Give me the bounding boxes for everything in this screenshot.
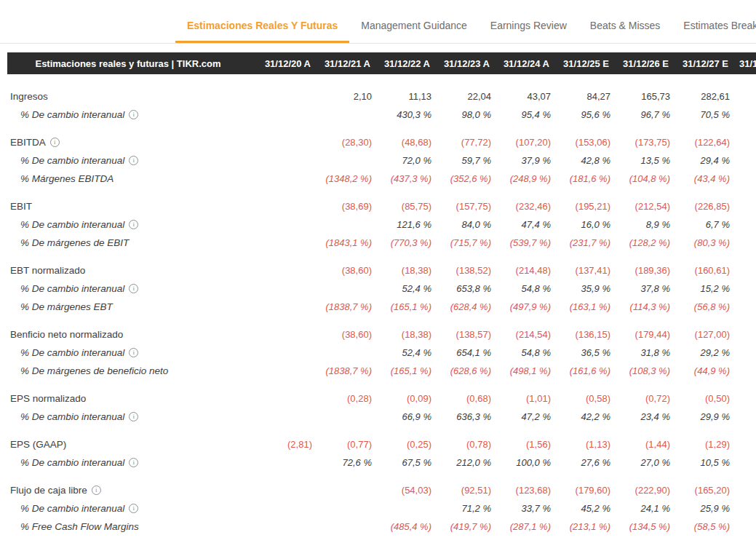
tab-estimates-break[interactable]: Estimates Break bbox=[672, 20, 756, 43]
row-label-cell: Benficio neto normalizado bbox=[0, 329, 249, 340]
value-cell: 37,8 % bbox=[613, 283, 672, 294]
tab-management-guidance[interactable]: Management Guidance bbox=[349, 20, 479, 43]
value-cell: (0,72) bbox=[613, 393, 672, 404]
value-cell: 72,0 % bbox=[374, 155, 434, 166]
value-cell: (48,68) bbox=[374, 137, 434, 148]
value-cell: (108,3 %) bbox=[613, 365, 672, 376]
info-icon[interactable]: i bbox=[129, 284, 138, 293]
value-cell: 13,5 % bbox=[613, 155, 672, 166]
value-cell: (352,6 %) bbox=[434, 173, 493, 184]
value-cell: (138,57) bbox=[434, 329, 493, 340]
value-cell: 430,3 % bbox=[374, 109, 434, 120]
value-cell: 42,2 % bbox=[553, 411, 613, 422]
value-cell: 31,8 % bbox=[613, 347, 672, 358]
value-cell: 6,7 % bbox=[672, 219, 732, 230]
row-label: EBT normalizado bbox=[10, 265, 85, 276]
value-cell: 36,5 % bbox=[553, 347, 613, 358]
value-cell: (0,77) bbox=[314, 439, 374, 450]
row-label: % De cambio interanual bbox=[20, 109, 124, 120]
tab-beats-misses[interactable]: Beats & Misses bbox=[578, 20, 672, 43]
value-cell: (0,09) bbox=[374, 393, 434, 404]
row-label: % De márgenes de beneficio neto bbox=[20, 365, 168, 376]
value-cell: 84,0 % bbox=[434, 219, 493, 230]
row-label-cell: % De cambio interanuali bbox=[0, 347, 249, 358]
value-cell: (226,85) bbox=[672, 201, 732, 212]
value-cell: (231,7 %) bbox=[553, 237, 613, 248]
value-cell: 24,1 % bbox=[613, 503, 672, 514]
value-cell: (232,46) bbox=[493, 201, 553, 212]
value-cell: 54,8 % bbox=[493, 347, 553, 358]
value-cell: (0,78) bbox=[434, 439, 493, 450]
info-icon[interactable]: i bbox=[129, 412, 138, 421]
table-row-de-cambio-interanual: % De cambio interanuali72,0 %59,7 %37,9 … bbox=[0, 151, 756, 170]
value-cell: (173,75) bbox=[613, 137, 672, 148]
column-header-31-12-24-a: 31/12/24 A bbox=[493, 58, 553, 69]
value-cell: (163,1 %) bbox=[553, 301, 613, 312]
info-icon[interactable]: i bbox=[129, 504, 138, 513]
tab-estimaciones-reales-y-futuras[interactable]: Estimaciones Reales Y Futuras bbox=[175, 20, 349, 43]
value-cell: 15,2 % bbox=[672, 283, 732, 294]
info-icon[interactable]: i bbox=[129, 156, 138, 165]
column-header-31-12-21-a: 31/12/21 A bbox=[314, 58, 374, 69]
tab-earnings-review[interactable]: Earnings Review bbox=[479, 20, 578, 43]
info-icon[interactable]: i bbox=[129, 348, 138, 357]
column-header-31-12: 31/12 bbox=[732, 58, 756, 69]
row-label: % De cambio interanual bbox=[20, 155, 124, 166]
info-icon[interactable]: i bbox=[129, 110, 138, 119]
row-label-cell: % De márgenes de beneficio neto bbox=[0, 365, 249, 376]
value-cell: (498,1 %) bbox=[493, 365, 553, 376]
table-row-m-rgenes-ebitda: % Márgenes EBITDA(1348,2 %)(437,3 %)(352… bbox=[0, 170, 756, 188]
value-cell: 47,4 % bbox=[493, 219, 553, 230]
row-label-cell: EBT normalizado bbox=[0, 265, 249, 276]
column-header-31-12-27-e: 31/12/27 E bbox=[672, 58, 732, 69]
value-cell: (1,44) bbox=[613, 439, 672, 450]
info-icon[interactable]: i bbox=[129, 220, 138, 229]
row-label-cell: EBITDAi bbox=[0, 137, 249, 148]
value-cell: (497,9 %) bbox=[493, 301, 553, 312]
value-cell: (287,1 %) bbox=[493, 521, 553, 532]
value-cell: (114,3 %) bbox=[613, 301, 672, 312]
value-cell: 66,9 % bbox=[374, 411, 434, 422]
value-cell: 70,5 % bbox=[672, 109, 732, 120]
row-label-cell: % De cambio interanuali bbox=[0, 155, 249, 166]
row-label: % De márgenes EBT bbox=[20, 301, 113, 312]
value-cell: (161,6 %) bbox=[553, 365, 613, 376]
table-row-ingresos: Ingresos2,1011,1322,0443,0784,27165,7328… bbox=[0, 87, 756, 106]
value-cell: 52,4 % bbox=[374, 283, 434, 294]
value-cell: 10,5 % bbox=[672, 457, 732, 468]
row-label: Benficio neto normalizado bbox=[10, 329, 123, 340]
info-icon[interactable]: i bbox=[129, 458, 138, 467]
value-cell: 96,7 % bbox=[613, 109, 672, 120]
column-header-group: 31/12/20 A31/12/21 A31/12/22 A31/12/23 A… bbox=[249, 58, 756, 69]
table-row-de-m-rgenes-de-beneficio-neto: % De márgenes de beneficio neto(1838,7 %… bbox=[0, 362, 756, 380]
column-header-31-12-23-a: 31/12/23 A bbox=[434, 58, 493, 69]
value-cell: 25,9 % bbox=[672, 503, 732, 514]
value-cell: (179,44) bbox=[613, 329, 672, 340]
value-cell: (104,8 %) bbox=[613, 173, 672, 184]
value-cell: (128,2 %) bbox=[613, 237, 672, 248]
value-cell: (248,9 %) bbox=[493, 173, 553, 184]
row-label-cell: % De cambio interanuali bbox=[0, 503, 249, 514]
row-label-cell: % De márgenes de EBIT bbox=[0, 237, 249, 248]
value-cell: 95,6 % bbox=[553, 109, 613, 120]
value-cell: 636,3 % bbox=[434, 411, 493, 422]
row-label-cell: % Márgenes EBITDA bbox=[0, 173, 249, 184]
value-cell: (1,56) bbox=[493, 439, 553, 450]
row-label: EBIT bbox=[10, 201, 32, 212]
value-cell: (214,54) bbox=[493, 329, 553, 340]
value-cell: (222,90) bbox=[613, 485, 672, 496]
value-cell: (123,68) bbox=[493, 485, 553, 496]
value-cell: (1838,7 %) bbox=[314, 301, 374, 312]
value-cell: 84,27 bbox=[553, 91, 613, 102]
value-cell: (80,3 %) bbox=[672, 237, 732, 248]
value-cell: 23,4 % bbox=[613, 411, 672, 422]
table-row-flujo-de-caja-libre: Flujo de caja librei(54,03)(92,51)(123,6… bbox=[0, 481, 756, 499]
value-cell: (28,30) bbox=[314, 137, 374, 148]
table-row-de-cambio-interanual: % De cambio interanuali121,6 %84,0 %47,4… bbox=[0, 215, 756, 234]
table-row-de-cambio-interanual: % De cambio interanuali66,9 %636,3 %47,2… bbox=[0, 408, 756, 426]
info-icon[interactable]: i bbox=[92, 485, 101, 495]
info-icon[interactable]: i bbox=[50, 138, 60, 147]
value-cell: 98,0 % bbox=[434, 109, 493, 120]
value-cell: (2,81) bbox=[249, 439, 314, 450]
value-cell: 8,9 % bbox=[613, 219, 672, 230]
